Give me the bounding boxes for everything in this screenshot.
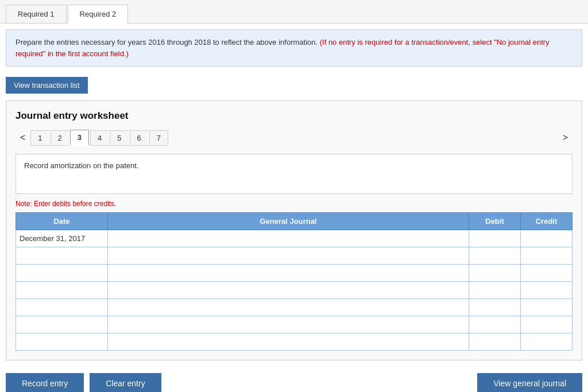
credit-cell-7[interactable] <box>521 333 572 351</box>
tabs-container: Required 1 Required 2 <box>0 0 588 24</box>
page-navigation: < 1 2 3 4 5 6 7 > <box>16 130 572 146</box>
credit-input-7[interactable] <box>521 333 572 350</box>
table-row <box>16 247 572 265</box>
table-header-row: Date General Journal Debit Credit <box>16 213 572 230</box>
debit-cell-2[interactable] <box>469 247 521 265</box>
credit-input-5[interactable] <box>521 299 572 316</box>
journal-cell-7[interactable] <box>108 333 469 351</box>
table-row: December 31, 2017 <box>16 230 572 247</box>
debit-input-2[interactable] <box>469 247 520 264</box>
record-entry-button[interactable]: Record entry <box>6 373 84 392</box>
debit-input-6[interactable] <box>469 316 520 333</box>
credit-cell-5[interactable] <box>521 299 572 316</box>
credit-input-3[interactable] <box>521 265 572 281</box>
page-7-button[interactable]: 7 <box>149 130 168 146</box>
date-cell-6 <box>16 316 108 333</box>
journal-table: Date General Journal Debit Credit Decemb… <box>16 212 572 351</box>
journal-input-5[interactable] <box>108 299 469 316</box>
journal-input-4[interactable] <box>108 282 469 298</box>
page-3-button[interactable]: 3 <box>70 130 89 146</box>
description-text: Record amortization on the patent. <box>24 161 138 170</box>
journal-cell-5[interactable] <box>108 299 469 316</box>
date-cell-2 <box>16 247 108 265</box>
date-cell-7 <box>16 333 108 351</box>
journal-input-3[interactable] <box>108 265 469 281</box>
header-general-journal: General Journal <box>108 213 469 230</box>
worksheet-title: Journal entry worksheet <box>16 110 572 122</box>
debit-input-5[interactable] <box>469 299 520 316</box>
page-1-button[interactable]: 1 <box>30 130 49 146</box>
header-credit: Credit <box>521 213 572 230</box>
clear-entry-button[interactable]: Clear entry <box>90 373 161 392</box>
date-cell-4 <box>16 282 108 299</box>
journal-input-1[interactable] <box>108 230 469 247</box>
credit-input-2[interactable] <box>521 247 572 264</box>
credit-input-1[interactable] <box>521 230 572 247</box>
table-row <box>16 265 572 282</box>
journal-cell-3[interactable] <box>108 265 469 282</box>
view-general-journal-button[interactable]: View general journal <box>477 373 582 392</box>
journal-input-2[interactable] <box>108 247 469 264</box>
journal-cell-4[interactable] <box>108 282 469 299</box>
header-date: Date <box>16 213 108 230</box>
credit-cell-6[interactable] <box>521 316 572 333</box>
journal-cell-2[interactable] <box>108 247 469 265</box>
debit-cell-7[interactable] <box>469 333 521 351</box>
header-debit: Debit <box>469 213 521 230</box>
table-row <box>16 316 572 333</box>
date-cell-1: December 31, 2017 <box>16 230 108 247</box>
worksheet-container: Journal entry worksheet < 1 2 3 4 5 6 7 … <box>6 100 582 360</box>
credit-cell-3[interactable] <box>521 265 572 282</box>
bottom-buttons-bar: Record entry Clear entry View general jo… <box>0 366 588 392</box>
journal-input-7[interactable] <box>108 333 469 350</box>
page-2-button[interactable]: 2 <box>51 130 69 146</box>
debit-input-3[interactable] <box>469 265 520 281</box>
credit-cell-1[interactable] <box>521 230 572 247</box>
note-text: Note: Enter debits before credits. <box>16 200 572 208</box>
debit-cell-1[interactable] <box>469 230 521 247</box>
table-row <box>16 333 572 351</box>
page-6-button[interactable]: 6 <box>130 130 148 146</box>
next-page-button[interactable]: > <box>558 130 572 145</box>
tab-required-2[interactable]: Required 2 <box>68 5 129 24</box>
tab-required-1[interactable]: Required 1 <box>6 5 67 23</box>
credit-input-4[interactable] <box>521 282 572 298</box>
table-row <box>16 299 572 316</box>
credit-cell-4[interactable] <box>521 282 572 299</box>
journal-cell-6[interactable] <box>108 316 469 333</box>
instruction-main-text: Prepare the entries necessary for years … <box>16 38 318 46</box>
journal-cell-1[interactable] <box>108 230 469 247</box>
debit-input-7[interactable] <box>469 333 520 350</box>
debit-cell-5[interactable] <box>469 299 521 316</box>
credit-cell-2[interactable] <box>521 247 572 265</box>
debit-input-1[interactable] <box>469 230 520 247</box>
date-cell-5 <box>16 299 108 316</box>
description-box: Record amortization on the patent. <box>16 154 572 194</box>
debit-input-4[interactable] <box>469 282 520 298</box>
debit-cell-4[interactable] <box>469 282 521 299</box>
journal-input-6[interactable] <box>108 316 469 333</box>
page-5-button[interactable]: 5 <box>110 130 128 146</box>
credit-input-6[interactable] <box>521 316 572 333</box>
instruction-box: Prepare the entries necessary for years … <box>6 29 582 67</box>
prev-page-button[interactable]: < <box>16 130 30 145</box>
page-4-button[interactable]: 4 <box>90 130 109 146</box>
view-transaction-button[interactable]: View transaction list <box>6 77 88 94</box>
date-cell-3 <box>16 265 108 282</box>
table-row <box>16 282 572 299</box>
debit-cell-3[interactable] <box>469 265 521 282</box>
debit-cell-6[interactable] <box>469 316 521 333</box>
